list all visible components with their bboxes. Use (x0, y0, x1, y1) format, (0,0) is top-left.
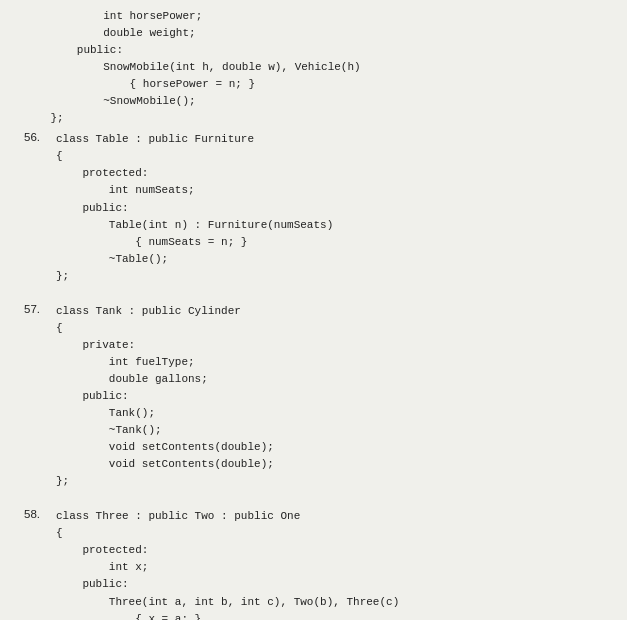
section-56-code: class Table : public Furniture { protect… (56, 131, 603, 288)
section-57-number: 57. (24, 303, 56, 495)
section-56-number: 56. (24, 131, 56, 288)
section-56: 56. class Table : public Furniture { pro… (24, 131, 603, 288)
section-57-code-block: class Tank : public Cylinder { private: … (56, 303, 603, 491)
section-58-number: 58. (24, 508, 56, 620)
section-58-code-block: class Three : public Two : public One { … (56, 508, 603, 620)
top-code-block: int horsePower; double weight; public: S… (24, 8, 603, 127)
page-container: int horsePower; double weight; public: S… (0, 0, 627, 620)
section-57-code: class Tank : public Cylinder { private: … (56, 303, 603, 495)
section-58: 58. class Three : public Two : public On… (24, 508, 603, 620)
main-content: int horsePower; double weight; public: S… (0, 0, 627, 620)
section-57: 57. class Tank : public Cylinder { priva… (24, 303, 603, 495)
section-56-code-block: class Table : public Furniture { protect… (56, 131, 603, 284)
section-58-code: class Three : public Two : public One { … (56, 508, 603, 620)
